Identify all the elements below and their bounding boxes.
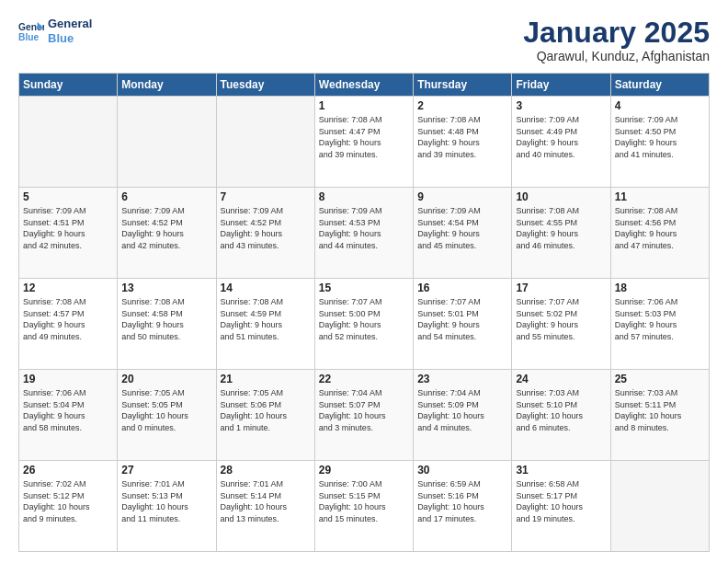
table-row: 9Sunrise: 7:09 AM Sunset: 4:54 PM Daylig… xyxy=(414,188,512,279)
day-info: Sunrise: 7:07 AM Sunset: 5:01 PM Dayligh… xyxy=(417,296,507,342)
table-row: 14Sunrise: 7:08 AM Sunset: 4:59 PM Dayli… xyxy=(216,279,314,370)
col-sunday: Sunday xyxy=(19,74,118,97)
day-info: Sunrise: 7:01 AM Sunset: 5:13 PM Dayligh… xyxy=(121,478,211,524)
day-number: 30 xyxy=(417,464,507,477)
day-info: Sunrise: 7:04 AM Sunset: 5:07 PM Dayligh… xyxy=(319,387,409,433)
table-row: 6Sunrise: 7:09 AM Sunset: 4:52 PM Daylig… xyxy=(118,188,216,279)
table-row: 18Sunrise: 7:06 AM Sunset: 5:03 PM Dayli… xyxy=(610,279,709,370)
day-info: Sunrise: 7:08 AM Sunset: 4:55 PM Dayligh… xyxy=(516,205,606,251)
table-row: 30Sunrise: 6:59 AM Sunset: 5:16 PM Dayli… xyxy=(414,461,512,552)
table-row: 28Sunrise: 7:01 AM Sunset: 5:14 PM Dayli… xyxy=(216,461,314,552)
day-number: 14 xyxy=(221,282,311,294)
day-info: Sunrise: 7:07 AM Sunset: 5:02 PM Dayligh… xyxy=(516,296,606,342)
day-number: 27 xyxy=(121,464,211,477)
day-number: 5 xyxy=(23,190,113,203)
day-info: Sunrise: 7:09 AM Sunset: 4:52 PM Dayligh… xyxy=(121,205,211,251)
calendar-header-row: Sunday Monday Tuesday Wednesday Thursday… xyxy=(19,74,710,97)
day-number: 13 xyxy=(121,282,211,294)
table-row: 27Sunrise: 7:01 AM Sunset: 5:13 PM Dayli… xyxy=(118,461,216,552)
page: General Blue General Blue January 2025 Q… xyxy=(0,0,728,563)
day-info: Sunrise: 7:08 AM Sunset: 4:59 PM Dayligh… xyxy=(221,296,311,342)
day-number: 11 xyxy=(615,190,705,203)
day-number: 20 xyxy=(121,373,211,385)
page-subtitle: Qarawul, Kunduz, Afghanistan xyxy=(523,49,710,63)
day-info: Sunrise: 6:59 AM Sunset: 5:16 PM Dayligh… xyxy=(417,478,507,524)
table-row: 2Sunrise: 7:08 AM Sunset: 4:48 PM Daylig… xyxy=(414,97,512,188)
day-info: Sunrise: 7:02 AM Sunset: 5:12 PM Dayligh… xyxy=(23,478,113,524)
table-row: 4Sunrise: 7:09 AM Sunset: 4:50 PM Daylig… xyxy=(610,97,709,188)
day-info: Sunrise: 7:08 AM Sunset: 4:47 PM Dayligh… xyxy=(319,114,409,160)
table-row: 24Sunrise: 7:03 AM Sunset: 5:10 PM Dayli… xyxy=(512,370,610,461)
day-info: Sunrise: 7:09 AM Sunset: 4:53 PM Dayligh… xyxy=(319,205,409,251)
table-row: 11Sunrise: 7:08 AM Sunset: 4:56 PM Dayli… xyxy=(610,188,709,279)
day-number: 24 xyxy=(516,373,606,385)
day-number: 28 xyxy=(221,464,311,477)
day-number: 3 xyxy=(516,99,606,112)
table-row: 8Sunrise: 7:09 AM Sunset: 4:53 PM Daylig… xyxy=(314,188,413,279)
day-number: 18 xyxy=(615,282,705,294)
table-row: 10Sunrise: 7:08 AM Sunset: 4:55 PM Dayli… xyxy=(512,188,610,279)
calendar-week-row: 12Sunrise: 7:08 AM Sunset: 4:57 PM Dayli… xyxy=(19,279,710,370)
col-monday: Monday xyxy=(118,74,216,97)
calendar-week-row: 5Sunrise: 7:09 AM Sunset: 4:51 PM Daylig… xyxy=(19,188,710,279)
day-number: 9 xyxy=(417,190,507,203)
table-row: 20Sunrise: 7:05 AM Sunset: 5:05 PM Dayli… xyxy=(118,370,216,461)
col-thursday: Thursday xyxy=(414,74,512,97)
day-info: Sunrise: 7:09 AM Sunset: 4:54 PM Dayligh… xyxy=(417,205,507,251)
logo: General Blue General Blue xyxy=(18,17,92,45)
table-row: 19Sunrise: 7:06 AM Sunset: 5:04 PM Dayli… xyxy=(19,370,118,461)
calendar-week-row: 19Sunrise: 7:06 AM Sunset: 5:04 PM Dayli… xyxy=(19,370,710,461)
day-number: 1 xyxy=(319,99,409,112)
table-row: 15Sunrise: 7:07 AM Sunset: 5:00 PM Dayli… xyxy=(314,279,413,370)
table-row: 21Sunrise: 7:05 AM Sunset: 5:06 PM Dayli… xyxy=(216,370,314,461)
table-row xyxy=(216,97,314,188)
day-info: Sunrise: 7:09 AM Sunset: 4:52 PM Dayligh… xyxy=(221,205,311,251)
header: General Blue General Blue January 2025 Q… xyxy=(18,17,710,63)
day-number: 26 xyxy=(23,464,113,477)
table-row: 5Sunrise: 7:09 AM Sunset: 4:51 PM Daylig… xyxy=(19,188,118,279)
day-number: 21 xyxy=(221,373,311,385)
col-tuesday: Tuesday xyxy=(216,74,314,97)
day-number: 4 xyxy=(615,99,705,112)
day-info: Sunrise: 7:04 AM Sunset: 5:09 PM Dayligh… xyxy=(417,387,507,433)
day-number: 17 xyxy=(516,282,606,294)
table-row: 3Sunrise: 7:09 AM Sunset: 4:49 PM Daylig… xyxy=(512,97,610,188)
calendar-week-row: 26Sunrise: 7:02 AM Sunset: 5:12 PM Dayli… xyxy=(19,461,710,552)
title-block: January 2025 Qarawul, Kunduz, Afghanista… xyxy=(523,17,710,63)
table-row: 25Sunrise: 7:03 AM Sunset: 5:11 PM Dayli… xyxy=(610,370,709,461)
svg-text:Blue: Blue xyxy=(18,32,40,42)
day-number: 6 xyxy=(121,190,211,203)
table-row: 26Sunrise: 7:02 AM Sunset: 5:12 PM Dayli… xyxy=(19,461,118,552)
table-row: 1Sunrise: 7:08 AM Sunset: 4:47 PM Daylig… xyxy=(314,97,413,188)
col-wednesday: Wednesday xyxy=(314,74,413,97)
calendar-week-row: 1Sunrise: 7:08 AM Sunset: 4:47 PM Daylig… xyxy=(19,97,710,188)
table-row: 23Sunrise: 7:04 AM Sunset: 5:09 PM Dayli… xyxy=(414,370,512,461)
day-info: Sunrise: 7:06 AM Sunset: 5:04 PM Dayligh… xyxy=(23,387,113,433)
table-row: 16Sunrise: 7:07 AM Sunset: 5:01 PM Dayli… xyxy=(414,279,512,370)
table-row: 22Sunrise: 7:04 AM Sunset: 5:07 PM Dayli… xyxy=(314,370,413,461)
day-info: Sunrise: 7:09 AM Sunset: 4:49 PM Dayligh… xyxy=(516,114,606,160)
day-number: 7 xyxy=(221,190,311,203)
day-number: 29 xyxy=(319,464,409,477)
table-row: 31Sunrise: 6:58 AM Sunset: 5:17 PM Dayli… xyxy=(512,461,610,552)
day-number: 31 xyxy=(516,464,606,477)
day-info: Sunrise: 7:08 AM Sunset: 4:56 PM Dayligh… xyxy=(615,205,705,251)
day-number: 2 xyxy=(417,99,507,112)
day-info: Sunrise: 7:09 AM Sunset: 4:50 PM Dayligh… xyxy=(615,114,705,160)
logo-icon: General Blue xyxy=(18,18,44,44)
day-number: 22 xyxy=(319,373,409,385)
day-info: Sunrise: 7:07 AM Sunset: 5:00 PM Dayligh… xyxy=(319,296,409,342)
table-row xyxy=(19,97,118,188)
day-info: Sunrise: 7:03 AM Sunset: 5:11 PM Dayligh… xyxy=(615,387,705,433)
day-info: Sunrise: 7:06 AM Sunset: 5:03 PM Dayligh… xyxy=(615,296,705,342)
day-info: Sunrise: 7:08 AM Sunset: 4:48 PM Dayligh… xyxy=(417,114,507,160)
table-row xyxy=(610,461,709,552)
day-info: Sunrise: 7:08 AM Sunset: 4:57 PM Dayligh… xyxy=(23,296,113,342)
calendar-table: Sunday Monday Tuesday Wednesday Thursday… xyxy=(18,73,710,552)
page-title: January 2025 xyxy=(523,17,710,49)
day-info: Sunrise: 7:05 AM Sunset: 5:06 PM Dayligh… xyxy=(221,387,311,433)
day-number: 23 xyxy=(417,373,507,385)
day-number: 15 xyxy=(319,282,409,294)
day-info: Sunrise: 7:00 AM Sunset: 5:15 PM Dayligh… xyxy=(319,478,409,524)
day-number: 19 xyxy=(23,373,113,385)
